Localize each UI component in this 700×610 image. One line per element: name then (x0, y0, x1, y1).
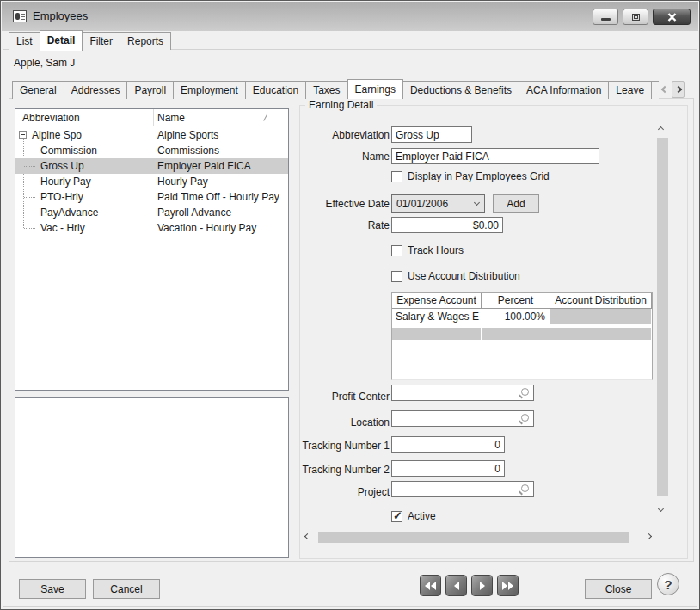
next-record-icon (480, 582, 485, 590)
last-record-icon (502, 582, 507, 590)
tab-reports[interactable]: Reports (120, 32, 171, 50)
tab-payroll[interactable]: Payroll (126, 81, 174, 99)
grid-cell-expense-account[interactable]: Salary & Wages E (392, 309, 482, 324)
project-lookup-icon[interactable] (519, 484, 530, 496)
nav-previous-button[interactable] (445, 575, 467, 596)
close-button[interactable]: Close (585, 579, 652, 599)
previous-record-icon (454, 582, 459, 590)
tree-cell-name: Alpine Sports (157, 127, 218, 143)
tree-row[interactable]: Vac - Hrly Vacation - Hourly Pay (15, 220, 288, 236)
tree-row[interactable]: Alpine Spo Alpine Sports (15, 127, 288, 143)
grid-data-row[interactable]: Salary & Wages E 100.00% (392, 309, 652, 325)
tab-filter[interactable]: Filter (82, 32, 120, 50)
scroll-right-icon[interactable] (646, 533, 652, 539)
use-account-distribution-row: ✓ Use Account Distribution (391, 270, 520, 282)
abbreviation-input[interactable] (391, 126, 472, 143)
profit-center-lookup-icon[interactable] (519, 388, 530, 399)
tab-deductions-benefits[interactable]: Deductions & Benefits (402, 81, 519, 99)
account-distribution-grid[interactable]: Expense Account Percent Account Distribu… (391, 292, 653, 380)
tree-cell-abbreviation: Vac - Hrly (40, 220, 85, 236)
tree-connector (24, 182, 35, 182)
grid-header-account-distribution[interactable]: Account Distribution (550, 293, 652, 308)
tab-detail[interactable]: Detail (40, 30, 83, 51)
tree-cell-name: Paid Time Off - Hourly Pay (157, 189, 279, 205)
nav-last-button[interactable] (497, 575, 519, 596)
restore-button[interactable] (623, 9, 648, 25)
earnings-tab-page: Abbreviation Name Alpine Spo Alpine Spor… (9, 98, 694, 562)
minimize-button[interactable] (593, 9, 618, 25)
collapse-icon[interactable] (19, 131, 27, 139)
tab-education[interactable]: Education (245, 81, 306, 99)
active-label: Active (408, 510, 436, 522)
location-input[interactable] (391, 410, 534, 427)
tree-row[interactable]: PayAdvance Payroll Advance (15, 205, 288, 220)
project-input[interactable] (391, 481, 534, 497)
vertical-scrollbar[interactable] (657, 126, 668, 520)
tab-scroll-left-button[interactable] (658, 81, 671, 98)
add-effective-date-button[interactable]: Add (493, 194, 539, 213)
abbreviation-label: Abbreviation (300, 128, 390, 142)
nav-next-button[interactable] (471, 575, 493, 596)
chevron-left-icon (660, 86, 667, 93)
project-label: Project (300, 485, 390, 499)
grid-cell-disabled (550, 328, 652, 340)
title-bar[interactable]: Employees (2, 2, 698, 31)
grid-cell-account-distribution (550, 309, 652, 324)
save-button[interactable]: Save (19, 579, 86, 599)
use-account-distribution-checkbox[interactable]: ✓ (391, 271, 402, 282)
grid-header-expense-account[interactable]: Expense Account (392, 293, 482, 308)
scroll-down-icon[interactable] (658, 506, 664, 512)
tab-scroll-right-button[interactable] (672, 81, 685, 98)
tab-leave[interactable]: Leave (608, 81, 652, 99)
tracking-number-1-input[interactable] (391, 436, 505, 453)
tree-column-abbreviation[interactable]: Abbreviation (22, 112, 80, 124)
horizontal-scroll-thumb[interactable] (318, 532, 629, 543)
scroll-up-icon[interactable] (658, 126, 664, 132)
tab-employment[interactable]: Employment (173, 81, 246, 99)
active-checkbox[interactable]: ✓ (391, 511, 402, 522)
sort-indicator-icon (263, 114, 267, 121)
tab-addresses[interactable]: Addresses (64, 81, 128, 99)
restore-icon (632, 14, 640, 21)
group-label: Earning Detail (305, 99, 377, 111)
last-record-icon (508, 582, 513, 590)
location-label: Location (300, 416, 390, 429)
tab-taxes[interactable]: Taxes (305, 81, 347, 99)
tracking-number-2-input[interactable] (391, 460, 505, 477)
profit-center-input[interactable] (391, 385, 534, 401)
tree-cell-abbreviation: PTO-Hrly (40, 189, 83, 205)
tree-row[interactable]: Commission Commissions (15, 143, 288, 158)
tree-cell-abbreviation: Commission (40, 143, 97, 158)
track-hours-checkbox[interactable]: ✓ (391, 245, 402, 256)
vertical-scroll-thumb[interactable] (657, 138, 668, 496)
rate-input[interactable] (391, 217, 503, 233)
location-lookup-icon[interactable] (519, 414, 530, 425)
tree-row[interactable]: PTO-Hrly Paid Time Off - Hourly Pay (15, 189, 288, 205)
grid-cell-percent[interactable]: 100.00% (482, 309, 550, 324)
window-controls (593, 9, 691, 25)
nav-first-button[interactable] (420, 575, 441, 596)
help-button[interactable]: ? (657, 573, 679, 595)
tree-row[interactable]: Hourly Pay Hourly Pay (15, 174, 288, 189)
tab-aca-information[interactable]: ACA Information (519, 81, 609, 99)
first-record-icon (431, 582, 436, 590)
track-hours-row: ✓ Track Hours (391, 244, 464, 256)
earnings-tree[interactable]: Abbreviation Name Alpine Spo Alpine Spor… (15, 108, 289, 391)
tab-list[interactable]: List (9, 32, 40, 50)
close-window-button[interactable] (653, 9, 691, 25)
grid-cell-disabled (482, 328, 550, 340)
scroll-left-icon[interactable] (304, 533, 310, 539)
effective-date-select[interactable]: 01/01/2006 (391, 194, 485, 213)
tree-column-name[interactable]: Name (157, 112, 185, 124)
first-record-icon (425, 582, 430, 590)
tab-general[interactable]: General (12, 81, 64, 99)
horizontal-scrollbar[interactable] (304, 532, 653, 543)
tree-row-selected[interactable]: Gross Up Employer Paid FICA (15, 158, 288, 174)
name-input[interactable] (391, 148, 599, 164)
cancel-button[interactable]: Cancel (93, 579, 160, 599)
employees-window: Employees List Detail Filter Reports App… (0, 0, 700, 610)
grid-header-percent[interactable]: Percent (482, 293, 550, 308)
tab-earnings[interactable]: Earnings (347, 79, 403, 99)
display-in-pay-grid-checkbox[interactable]: ✓ (391, 171, 402, 182)
effective-date-label: Effective Date (300, 197, 390, 211)
